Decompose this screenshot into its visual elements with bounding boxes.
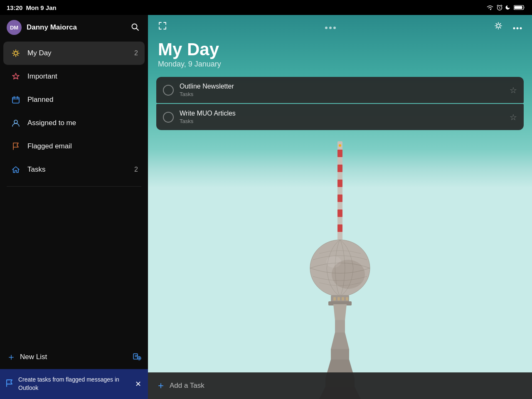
sidebar-item-label-planned: Planned bbox=[27, 96, 138, 104]
alarm-icon bbox=[496, 4, 503, 11]
task-subtitle-2: Tasks bbox=[180, 118, 504, 124]
task-checkbox-1[interactable] bbox=[163, 85, 174, 96]
sidebar-item-flagged[interactable]: Flagged email bbox=[3, 135, 145, 158]
avatar: DM bbox=[7, 20, 22, 35]
sun-icon bbox=[10, 47, 22, 59]
plus-icon: ＋ bbox=[7, 351, 16, 363]
svg-point-36 bbox=[520, 27, 522, 29]
notification-text: Create tasks from flagged messages in Ou… bbox=[18, 376, 128, 392]
topbar-dots bbox=[325, 22, 336, 32]
person-icon bbox=[10, 117, 22, 129]
task-checkbox-2[interactable] bbox=[163, 112, 174, 123]
svg-point-34 bbox=[513, 27, 515, 29]
nav-list: My Day 2 Important bbox=[0, 40, 148, 183]
add-task-bar[interactable]: + Add a Task bbox=[148, 372, 532, 399]
svg-point-29 bbox=[332, 260, 365, 289]
topbar-right bbox=[492, 20, 524, 34]
sidebar-item-badge-my-day: 2 bbox=[134, 49, 138, 57]
expand-button[interactable] bbox=[156, 20, 169, 34]
add-task-icon: + bbox=[158, 380, 164, 392]
sidebar-item-label-flagged: Flagged email bbox=[27, 142, 138, 150]
main-topbar bbox=[148, 15, 532, 38]
sidebar-header: DM Danny Maiorca bbox=[0, 15, 148, 40]
svg-point-24 bbox=[339, 144, 341, 147]
task-star-1[interactable]: ☆ bbox=[510, 85, 517, 95]
svg-point-30 bbox=[325, 27, 328, 29]
home-icon bbox=[10, 164, 22, 175]
svg-rect-25 bbox=[333, 297, 336, 300]
search-button[interactable] bbox=[129, 21, 141, 34]
task-list: Outline Newsletter Tasks ☆ Write MUO Art… bbox=[148, 77, 532, 130]
svg-point-31 bbox=[329, 27, 332, 29]
status-date: Mon 9 Jan bbox=[26, 4, 56, 11]
status-bar: 13:20 Mon 9 Jan bbox=[0, 0, 532, 15]
sidebar-item-label-tasks: Tasks bbox=[27, 165, 134, 174]
status-time: 13:20 bbox=[7, 4, 22, 11]
sidebar-item-tasks[interactable]: Tasks 2 bbox=[3, 158, 145, 181]
task-item-1[interactable]: Outline Newsletter Tasks ☆ bbox=[156, 77, 524, 103]
sidebar-item-badge-tasks: 2 bbox=[134, 166, 138, 173]
task-star-2[interactable]: ☆ bbox=[510, 112, 517, 122]
add-to-list-icon[interactable] bbox=[132, 352, 141, 363]
svg-rect-12 bbox=[337, 180, 342, 187]
status-right bbox=[486, 4, 525, 11]
svg-point-32 bbox=[333, 27, 336, 29]
sidebar-item-label-assigned: Assigned to me bbox=[27, 119, 138, 127]
add-task-label: Add a Task bbox=[170, 382, 204, 390]
sidebar-item-planned[interactable]: Planned bbox=[3, 88, 145, 111]
sidebar-username: Danny Maiorca bbox=[27, 23, 77, 32]
task-item-2[interactable]: Write MUO Articles Tasks ☆ bbox=[156, 104, 524, 130]
main-content: My Day Monday, 9 January Outline Newslet… bbox=[148, 15, 532, 399]
task-info-2: Write MUO Articles Tasks bbox=[180, 110, 504, 124]
new-list-left: ＋ New List bbox=[7, 351, 47, 363]
svg-rect-14 bbox=[337, 209, 342, 217]
svg-point-6 bbox=[14, 120, 17, 123]
task-title-2: Write MUO Articles bbox=[180, 110, 504, 117]
svg-rect-28 bbox=[346, 297, 348, 300]
brightness-button[interactable] bbox=[492, 20, 505, 34]
calendar-icon bbox=[10, 94, 22, 106]
task-info-1: Outline Newsletter Tasks bbox=[180, 83, 504, 97]
flag-icon bbox=[10, 140, 22, 152]
sidebar-footer: ＋ New List bbox=[0, 345, 148, 369]
sidebar-item-important[interactable]: Important bbox=[3, 65, 145, 88]
status-left: 13:20 Mon 9 Jan bbox=[7, 4, 57, 11]
svg-point-4 bbox=[14, 52, 17, 55]
notification-flag-icon bbox=[5, 379, 13, 389]
moon-icon bbox=[505, 5, 511, 10]
more-options-button[interactable] bbox=[511, 20, 524, 33]
notification-banner: Create tasks from flagged messages in Ou… bbox=[0, 369, 148, 399]
page-title: My Day bbox=[158, 40, 522, 59]
tv-tower bbox=[236, 141, 444, 399]
svg-rect-13 bbox=[337, 195, 342, 202]
sidebar-item-label-my-day: My Day bbox=[27, 49, 134, 57]
main-title-area: My Day Monday, 9 January bbox=[148, 38, 532, 77]
svg-rect-2 bbox=[515, 6, 522, 9]
task-title-1: Outline Newsletter bbox=[180, 83, 504, 90]
sidebar-divider bbox=[7, 186, 141, 187]
svg-rect-5 bbox=[12, 97, 19, 103]
svg-rect-21 bbox=[335, 320, 345, 332]
task-subtitle-1: Tasks bbox=[180, 91, 504, 97]
svg-point-35 bbox=[517, 27, 519, 29]
svg-rect-22 bbox=[331, 349, 349, 360]
battery-icon bbox=[514, 5, 525, 10]
svg-rect-15 bbox=[337, 224, 342, 232]
sidebar-item-assigned[interactable]: Assigned to me bbox=[3, 111, 145, 135]
svg-point-33 bbox=[497, 24, 500, 27]
page-subtitle: Monday, 9 January bbox=[158, 60, 522, 69]
sidebar-item-my-day[interactable]: My Day 2 bbox=[3, 42, 145, 65]
svg-rect-27 bbox=[342, 297, 344, 300]
sidebar: DM Danny Maiorca My Day bbox=[0, 15, 148, 399]
svg-rect-11 bbox=[337, 165, 342, 172]
svg-rect-10 bbox=[337, 150, 342, 157]
brightness-icon bbox=[494, 21, 503, 30]
notification-close-button[interactable]: ✕ bbox=[133, 378, 143, 390]
svg-rect-26 bbox=[337, 297, 340, 300]
new-list-label: New List bbox=[20, 353, 47, 361]
more-options-icon bbox=[513, 27, 522, 30]
new-list-row[interactable]: ＋ New List bbox=[3, 345, 145, 369]
app-layout: DM Danny Maiorca My Day bbox=[0, 15, 532, 399]
sidebar-user: DM Danny Maiorca bbox=[7, 20, 77, 35]
star-icon bbox=[10, 71, 22, 82]
